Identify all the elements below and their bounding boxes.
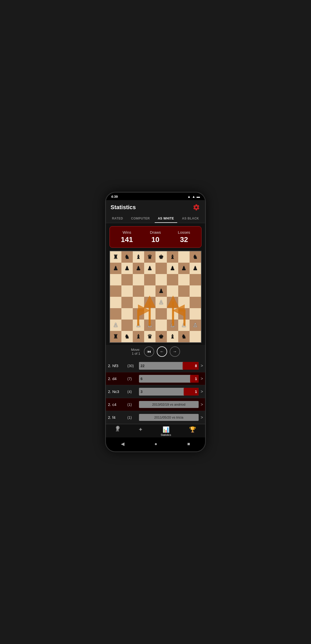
square-0-2[interactable]: ♝ <box>133 251 144 263</box>
square-1-2[interactable]: ♟ <box>133 263 144 274</box>
move-row[interactable]: 2. c4(1)2013/02/19 vs andriod> <box>106 398 205 411</box>
square-0-0[interactable]: ♜ <box>110 251 121 263</box>
move-name: 2. c4 <box>108 402 127 407</box>
square-5-4[interactable] <box>156 308 167 320</box>
move-row[interactable]: 2. Nf3(30)228> <box>106 359 205 372</box>
square-5-3[interactable] <box>144 308 156 320</box>
square-7-5[interactable]: ♝ <box>167 331 178 342</box>
square-4-0[interactable] <box>110 297 121 308</box>
square-0-3[interactable]: ♛ <box>144 251 156 263</box>
move-row[interactable]: 2. f4(1)2011/05/20 vs tricia> <box>106 411 205 424</box>
square-7-6[interactable]: ♞ <box>178 331 190 342</box>
square-2-3[interactable] <box>144 274 156 285</box>
square-3-6[interactable] <box>178 285 190 297</box>
square-5-1[interactable] <box>121 308 133 320</box>
tab-as-white[interactable]: AS WHITE <box>155 214 177 223</box>
square-5-7[interactable] <box>190 308 201 320</box>
square-7-7[interactable] <box>190 331 201 342</box>
move-name: 2. Nc3 <box>108 389 127 394</box>
square-1-3[interactable]: ♟ <box>144 263 156 274</box>
move-label: Move: 1 of 1 <box>131 348 140 355</box>
square-3-0[interactable] <box>110 285 121 297</box>
square-1-1[interactable]: ♟ <box>121 263 133 274</box>
square-6-0[interactable]: ♙ <box>110 320 121 331</box>
square-1-5[interactable]: ♟ <box>167 263 178 274</box>
move-row[interactable]: 2. d4(7)61> <box>106 372 205 385</box>
square-3-3[interactable] <box>144 285 156 297</box>
move-count: (1) <box>127 403 139 407</box>
nav-item-games[interactable]: ♜ 1 <box>115 426 120 436</box>
square-7-0[interactable]: ♜ <box>110 331 121 342</box>
tab-computer[interactable]: COMPUTER <box>128 214 153 223</box>
square-4-3[interactable] <box>144 297 156 308</box>
square-6-1[interactable] <box>121 320 133 331</box>
square-4-5[interactable] <box>167 297 178 308</box>
nav-item-puzzle[interactable]: ✦ <box>138 426 143 436</box>
square-3-7[interactable] <box>190 285 201 297</box>
wins-stat: Wins 141 <box>121 230 133 244</box>
square-2-2[interactable] <box>133 274 144 285</box>
square-0-4[interactable]: ♚ <box>156 251 167 263</box>
square-4-2[interactable] <box>133 297 144 308</box>
square-4-6[interactable] <box>178 297 190 308</box>
square-7-2[interactable]: ♝ <box>133 331 144 342</box>
square-1-7[interactable]: ♟ <box>190 263 201 274</box>
move-game-label: 2013/02/19 vs andriod <box>139 401 199 408</box>
square-3-4[interactable]: ♟ <box>156 285 167 297</box>
square-4-1[interactable] <box>121 297 133 308</box>
square-7-3[interactable]: ♛ <box>144 331 156 342</box>
square-1-6[interactable]: ♟ <box>178 263 190 274</box>
move-bar-container: 31 <box>139 388 199 396</box>
home-button[interactable]: ● <box>149 440 162 448</box>
square-3-2[interactable] <box>133 285 144 297</box>
square-1-0[interactable]: ♟ <box>110 263 121 274</box>
move-count: (1) <box>127 415 139 420</box>
prev-move-button[interactable]: ← <box>157 346 167 357</box>
wins-label: Wins <box>121 230 133 234</box>
draws-stat: Draws 10 <box>150 230 161 244</box>
nav-item-statistics[interactable]: 📊 Statistics <box>161 426 171 436</box>
losses-value: 32 <box>178 236 190 244</box>
stats-icon: 📊 <box>162 426 169 433</box>
square-0-1[interactable]: ♞ <box>121 251 133 263</box>
square-1-4[interactable] <box>156 263 167 274</box>
square-7-1[interactable]: ♞ <box>121 331 133 342</box>
recents-button[interactable]: ■ <box>182 440 195 448</box>
square-6-2[interactable]: ♙ <box>133 320 144 331</box>
square-5-5[interactable] <box>167 308 178 320</box>
square-2-1[interactable] <box>121 274 133 285</box>
move-row[interactable]: 2. Nc3(4)31> <box>106 385 205 398</box>
square-6-5[interactable]: ♙ <box>167 320 178 331</box>
square-5-2[interactable] <box>133 308 144 320</box>
square-4-4[interactable]: ♙ <box>156 297 167 308</box>
square-4-7[interactable] <box>190 297 201 308</box>
square-5-6[interactable] <box>178 308 190 320</box>
settings-button[interactable] <box>192 203 200 211</box>
move-name: 2. f4 <box>108 415 127 420</box>
back-button[interactable]: ◀ <box>116 440 130 448</box>
square-6-4[interactable] <box>156 320 167 331</box>
next-move-button[interactable]: → <box>170 346 180 357</box>
square-3-5[interactable] <box>167 285 178 297</box>
square-2-0[interactable] <box>110 274 121 285</box>
tab-rated[interactable]: RATED <box>109 214 126 223</box>
square-2-7[interactable] <box>190 274 201 285</box>
square-0-7[interactable]: ♞ <box>190 251 201 263</box>
chessboard[interactable]: ♜♞♝♛♚♝♞♟♟♟♟♟♟♟♟♙♙♙♙♙♙♙♜♞♝♛♚♝♞ <box>110 251 201 343</box>
square-7-4[interactable]: ♚ <box>156 331 167 342</box>
square-2-6[interactable] <box>178 274 190 285</box>
tab-as-black[interactable]: AS BLACK <box>179 214 202 223</box>
first-move-button[interactable]: ⏮ <box>144 346 154 357</box>
square-5-0[interactable] <box>110 308 121 320</box>
square-3-1[interactable] <box>121 285 133 297</box>
chessboard-container: ♜♞♝♛♚♝♞♟♟♟♟♟♟♟♟♙♙♙♙♙♙♙♜♞♝♛♚♝♞ <box>110 251 201 343</box>
square-6-6[interactable]: ♙ <box>178 320 190 331</box>
app-header: Statistics <box>106 200 205 214</box>
square-2-4[interactable] <box>156 274 167 285</box>
square-2-5[interactable] <box>167 274 178 285</box>
square-0-6[interactable] <box>178 251 190 263</box>
nav-item-trophy[interactable]: 🏆 <box>189 426 196 436</box>
square-6-7[interactable]: ♙ <box>190 320 201 331</box>
square-0-5[interactable]: ♝ <box>167 251 178 263</box>
square-6-3[interactable]: ♙ <box>144 320 156 331</box>
